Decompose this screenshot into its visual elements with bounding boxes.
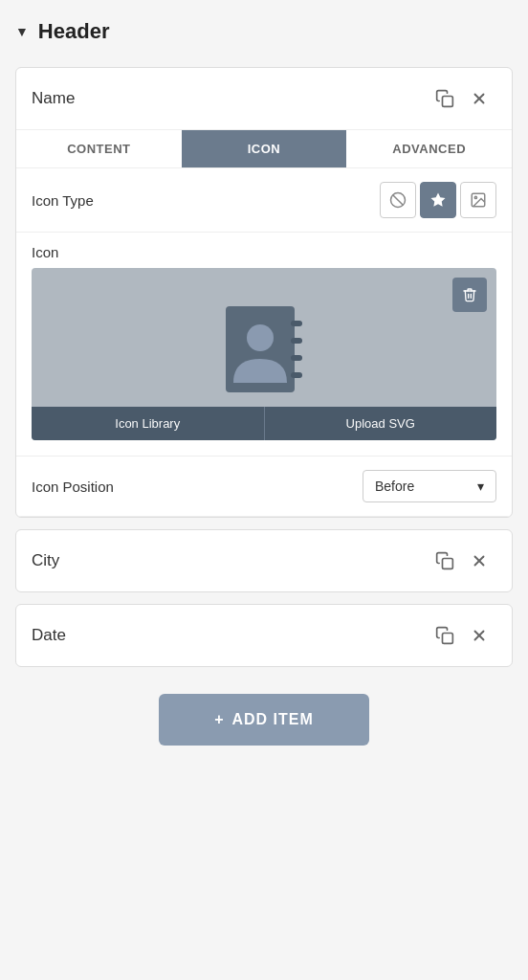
icon-section-label: Icon bbox=[32, 244, 496, 260]
tab-icon[interactable]: ICON bbox=[182, 130, 347, 167]
city-card-row: City bbox=[16, 530, 512, 591]
svg-point-7 bbox=[474, 196, 476, 198]
svg-rect-10 bbox=[291, 338, 302, 344]
icon-type-none-button[interactable] bbox=[380, 182, 416, 218]
add-item-label: ADD ITEM bbox=[232, 711, 314, 728]
plus-icon: + bbox=[214, 711, 224, 728]
date-label: Date bbox=[32, 626, 428, 645]
svg-rect-12 bbox=[291, 372, 302, 378]
icon-position-label: Icon Position bbox=[32, 479, 363, 495]
add-item-wrapper: + ADD ITEM bbox=[15, 679, 513, 753]
icon-delete-button[interactable] bbox=[452, 278, 487, 312]
icon-type-image-button[interactable] bbox=[460, 182, 496, 218]
icon-position-row: Icon Position Before ▾ bbox=[16, 457, 512, 517]
city-copy-button[interactable] bbox=[428, 544, 462, 578]
city-card: City bbox=[15, 529, 513, 592]
svg-rect-0 bbox=[443, 97, 453, 107]
icon-preview-area: Icon Library Upload SVG bbox=[32, 268, 496, 440]
svg-line-4 bbox=[393, 195, 404, 206]
date-card: Date bbox=[15, 604, 513, 667]
svg-rect-9 bbox=[291, 321, 302, 326]
date-copy-button[interactable] bbox=[428, 618, 462, 653]
icon-section: Icon bbox=[16, 233, 512, 457]
header-title: Header bbox=[38, 19, 110, 44]
name-card: Name CONTENT ICON ADVANCED Icon Type bbox=[15, 67, 513, 518]
city-label: City bbox=[32, 551, 428, 570]
name-copy-button[interactable] bbox=[428, 81, 462, 116]
date-close-button[interactable] bbox=[462, 618, 496, 653]
name-card-row: Name bbox=[16, 68, 512, 130]
contact-book-icon bbox=[216, 301, 312, 407]
icon-type-group bbox=[380, 182, 496, 218]
name-close-button[interactable] bbox=[462, 81, 496, 116]
add-item-button[interactable]: + ADD ITEM bbox=[159, 694, 369, 746]
icon-position-select[interactable]: Before ▾ bbox=[363, 470, 496, 502]
icon-type-icon-button[interactable] bbox=[420, 182, 456, 218]
svg-rect-11 bbox=[291, 355, 302, 361]
svg-point-13 bbox=[247, 324, 274, 351]
svg-rect-17 bbox=[443, 634, 453, 644]
page-header: ▼ Header bbox=[15, 19, 513, 44]
name-label: Name bbox=[32, 89, 428, 108]
tabs-row: CONTENT ICON ADVANCED bbox=[16, 130, 512, 168]
city-close-button[interactable] bbox=[462, 544, 496, 578]
svg-rect-14 bbox=[443, 559, 453, 569]
icon-type-row: Icon Type bbox=[16, 168, 512, 233]
date-card-row: Date bbox=[16, 605, 512, 666]
icon-library-button[interactable]: Icon Library bbox=[32, 407, 264, 440]
chevron-down-icon: ▾ bbox=[477, 479, 484, 494]
upload-svg-button[interactable]: Upload SVG bbox=[264, 407, 497, 440]
icon-position-value: Before bbox=[375, 479, 414, 494]
tab-advanced[interactable]: ADVANCED bbox=[346, 130, 512, 167]
tab-content[interactable]: CONTENT bbox=[16, 130, 182, 167]
chevron-icon[interactable]: ▼ bbox=[15, 24, 29, 39]
icon-type-label: Icon Type bbox=[32, 192, 380, 209]
icon-actions-bar: Icon Library Upload SVG bbox=[32, 407, 496, 440]
svg-marker-5 bbox=[431, 193, 446, 207]
